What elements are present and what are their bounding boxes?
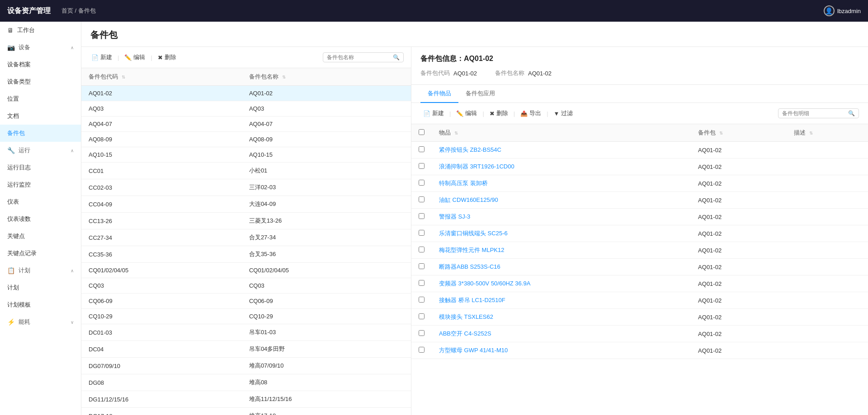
item-link[interactable]: 接触器 桥吊 LC1-D2510F (439, 297, 505, 303)
table-row[interactable]: CC02-03三洋02-03 (81, 179, 411, 196)
item-link[interactable]: 紧停按钮头 ZB2-BS54C (439, 146, 501, 153)
row-checkbox[interactable] (419, 263, 425, 269)
left-search-icon: 🔍 (393, 54, 400, 61)
row-checkbox[interactable] (419, 196, 425, 202)
sidebar-item-plan-item[interactable]: 计划 (0, 279, 81, 296)
row-checkbox[interactable] (419, 347, 425, 353)
row-checkbox[interactable] (419, 146, 425, 152)
item-link[interactable]: 警报器 SJ-3 (439, 213, 470, 220)
table-row[interactable]: AQ03AQ03 (81, 101, 411, 117)
table-row[interactable]: CC35-36合叉35-36 (81, 246, 411, 263)
table-row[interactable]: DC01-03吊车01-03 (81, 324, 411, 341)
right-export-button[interactable]: 📤 导出 (518, 107, 544, 119)
tab-application[interactable]: 备件包应用 (458, 85, 502, 103)
right-edit-button[interactable]: ✏️ 编辑 (453, 107, 480, 119)
row-checkbox[interactable] (419, 297, 425, 303)
sidebar-item-equipment[interactable]: 📷 设备 ∧ (0, 39, 81, 56)
row-checkbox[interactable] (419, 313, 425, 319)
delete-button[interactable]: ✖ 删除 (155, 51, 179, 63)
item-link[interactable]: 变频器 3*380-500V 50/60HZ 36.9A (439, 280, 530, 287)
table-row[interactable]: CC04-09大连04-09 (81, 196, 411, 213)
table-row[interactable]: 紧停按钮头 ZB2-BS54C AQ01-02 (411, 142, 868, 159)
right-new-icon: 📄 (423, 110, 430, 117)
table-row[interactable]: 警报器 SJ-3 AQ01-02 (411, 209, 868, 225)
sidebar-item-meter-read[interactable]: 仪表读数 (0, 210, 81, 228)
table-row[interactable]: DG11/12/15/16堆高11/12/15/16 (81, 391, 411, 408)
right-filter-button[interactable]: ▼ 过滤 (551, 107, 576, 119)
item-link[interactable]: 油缸 CDW160E125/90 (439, 196, 498, 203)
table-row[interactable]: CQ10-29CQ10-29 (81, 309, 411, 324)
item-link[interactable]: 浪涌抑制器 3RT1926-1CD00 (439, 163, 514, 170)
table-row[interactable]: CC13-26三菱叉13-26 (81, 213, 411, 229)
table-row[interactable]: CC01小松01 (81, 163, 411, 179)
table-row[interactable]: CQ06-09CQ06-09 (81, 294, 411, 309)
select-all-checkbox[interactable] (419, 129, 425, 135)
table-row[interactable]: 油缸 CDW160E125/90 AQ01-02 (411, 192, 868, 209)
table-row[interactable]: DC04吊车04多田野 (81, 341, 411, 358)
sidebar-item-run-monitor[interactable]: 运行监控 (0, 176, 81, 193)
table-row[interactable]: 乐清窗口铜线端头 SC25-6 AQ01-02 (411, 225, 868, 242)
item-link[interactable]: 断路器ABB S253S-C16 (439, 263, 500, 270)
table-row[interactable]: 断路器ABB S253S-C16 AQ01-02 (411, 259, 868, 275)
cell-code: CQ06-09 (81, 294, 242, 309)
sidebar-item-meter[interactable]: 仪表 (0, 193, 81, 210)
table-row[interactable]: AQ10-15AQ10-15 (81, 147, 411, 163)
left-search-box[interactable]: 🔍 (323, 52, 404, 62)
item-link[interactable]: 模块接头 TSXLES62 (439, 313, 493, 320)
edit-button[interactable]: ✏️ 编辑 (122, 51, 148, 63)
tab-items[interactable]: 备件物品 (420, 85, 458, 103)
table-row[interactable]: 变频器 3*380-500V 50/60HZ 36.9A AQ01-02 (411, 275, 868, 292)
table-row[interactable]: CQ01/02/04/05CQ01/02/04/05 (81, 263, 411, 278)
table-row[interactable]: 特制高压泵 装卸桥 AQ01-02 (411, 175, 868, 192)
cell-code: DG08 (81, 374, 242, 391)
table-row[interactable]: CC27-34合叉27-34 (81, 229, 411, 246)
new-button[interactable]: 📄 新建 (89, 51, 115, 63)
item-link[interactable]: 乐清窗口铜线端头 SC25-6 (439, 230, 508, 237)
cell-name: 堆高11/12/15/16 (242, 391, 411, 408)
row-checkbox[interactable] (419, 230, 425, 236)
row-checkbox[interactable] (419, 213, 425, 219)
table-row[interactable]: 方型螺母 GWP 41/41-M10 AQ01-02 (411, 342, 868, 359)
table-row[interactable]: AQ08-09AQ08-09 (81, 132, 411, 147)
sidebar-item-location[interactable]: 位置 (0, 90, 81, 107)
row-checkbox[interactable] (419, 163, 425, 169)
right-new-button[interactable]: 📄 新建 (420, 107, 447, 119)
right-search-input[interactable] (782, 110, 845, 117)
row-checkbox[interactable] (419, 247, 425, 252)
row-checkbox[interactable] (419, 330, 425, 336)
table-row[interactable]: DG07/09/10堆高07/09/10 (81, 358, 411, 374)
right-delete-button[interactable]: ✖ 删除 (487, 107, 511, 119)
page-title: 备件包 (90, 29, 859, 41)
table-row[interactable]: 模块接头 TSXLES62 AQ01-02 (411, 309, 868, 326)
item-link[interactable]: 梅花型弹性元件 MLPK12 (439, 247, 504, 253)
sidebar-item-keypoint[interactable]: 关键点 (0, 228, 81, 245)
table-row[interactable]: AQ04-07AQ04-07 (81, 117, 411, 132)
right-search-box[interactable]: 🔍 (778, 108, 859, 118)
sidebar-item-plan[interactable]: 📋 计划 ∧ (0, 262, 81, 279)
table-row[interactable]: 接触器 桥吊 LC1-D2510F AQ01-02 (411, 292, 868, 309)
sidebar-item-equipment-type[interactable]: 设备类型 (0, 73, 81, 90)
sidebar-item-spare-pack[interactable]: 备件包 (0, 125, 81, 142)
table-row[interactable]: 浪涌抑制器 3RT1926-1CD00 AQ01-02 (411, 159, 868, 175)
left-search-input[interactable] (327, 54, 390, 61)
table-row[interactable]: DG17-18堆高17-18 (81, 408, 411, 415)
sidebar-item-energy[interactable]: ⚡ 能耗 ∨ (0, 313, 81, 331)
sidebar-item-document[interactable]: 文档 (0, 107, 81, 125)
left-panel: 📄 新建 | ✏️ 编辑 | ✖ 删除 🔍 (81, 47, 411, 415)
item-link[interactable]: 特制高压泵 装卸桥 (439, 180, 488, 187)
sidebar-item-run-log[interactable]: 运行日志 (0, 159, 81, 176)
table-row[interactable]: ABB空开 C4-S252S AQ01-02 (411, 326, 868, 342)
sidebar-item-equipment-file[interactable]: 设备档案 (0, 56, 81, 73)
sidebar-item-keypoint-record[interactable]: 关键点记录 (0, 245, 81, 262)
table-row[interactable]: DG08堆高08 (81, 374, 411, 391)
item-link[interactable]: 方型螺母 GWP 41/41-M10 (439, 347, 508, 354)
row-checkbox[interactable] (419, 180, 425, 186)
table-row[interactable]: CQ03CQ03 (81, 278, 411, 294)
table-row[interactable]: 梅花型弹性元件 MLPK12 AQ01-02 (411, 242, 868, 259)
item-link[interactable]: ABB空开 C4-S252S (439, 330, 491, 337)
table-row[interactable]: AQ01-02AQ01-02 (81, 86, 411, 101)
row-checkbox[interactable] (419, 280, 425, 286)
sidebar-item-run[interactable]: 🔧 运行 ∧ (0, 142, 81, 159)
sidebar-item-plan-template[interactable]: 计划模板 (0, 296, 81, 313)
sidebar-item-workbench[interactable]: 🖥 工作台 (0, 22, 81, 39)
